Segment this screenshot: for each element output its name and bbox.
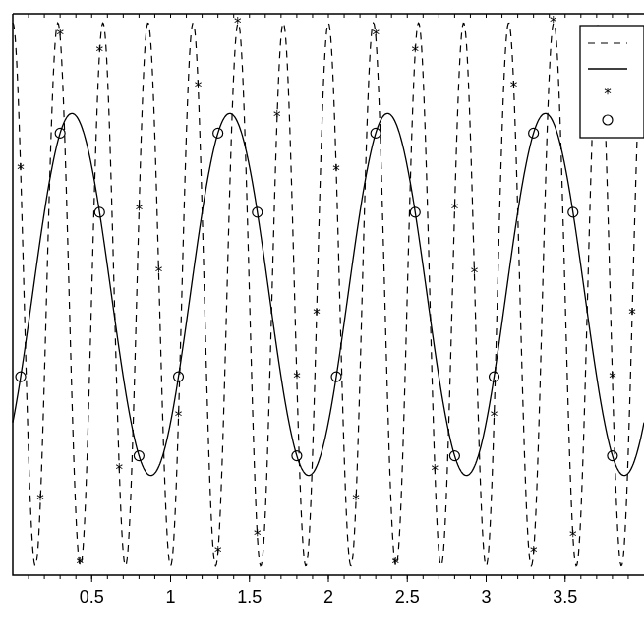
- star-marker: *: [352, 492, 361, 509]
- star-marker: *: [213, 544, 222, 561]
- star-marker: *: [549, 14, 557, 31]
- chart: 0.511.522.533.5*************************…: [0, 0, 644, 644]
- chart-background: [0, 0, 644, 644]
- star-marker: *: [36, 492, 45, 509]
- star-marker: *: [608, 370, 616, 387]
- star-marker: *: [115, 461, 124, 479]
- x-tick-label: 1.5: [237, 587, 262, 607]
- star-marker: *: [95, 43, 104, 61]
- star-marker: *: [332, 162, 341, 180]
- star-marker: *: [292, 370, 301, 387]
- star-marker: *: [470, 264, 479, 282]
- x-tick-label: 3: [481, 587, 491, 607]
- star-marker: *: [372, 27, 381, 44]
- star-marker: *: [194, 79, 203, 96]
- star-marker: *: [450, 201, 459, 218]
- star-marker: *: [135, 202, 144, 219]
- legend-star-icon: *: [603, 86, 612, 103]
- star-marker: *: [76, 556, 85, 573]
- star-marker: *: [529, 544, 538, 561]
- star-marker: *: [490, 408, 498, 426]
- star-marker: *: [154, 263, 163, 281]
- star-marker: *: [509, 79, 518, 96]
- star-marker: *: [272, 108, 281, 126]
- star-marker: *: [56, 27, 65, 44]
- star-marker: *: [174, 408, 183, 426]
- x-tick-label: 3.5: [553, 587, 577, 607]
- star-marker: *: [312, 306, 321, 323]
- x-tick-label: 2: [323, 587, 333, 607]
- star-marker: *: [391, 556, 400, 573]
- star-marker: *: [568, 528, 577, 546]
- star-marker: *: [431, 462, 439, 480]
- star-marker: *: [233, 15, 242, 32]
- star-marker: *: [253, 527, 262, 545]
- x-tick-label: 1: [165, 587, 175, 607]
- star-marker: *: [411, 43, 420, 61]
- x-tick-label: 0.5: [80, 587, 104, 607]
- star-marker: *: [627, 306, 636, 323]
- x-tick-label: 2.5: [395, 587, 420, 607]
- star-marker: *: [17, 161, 26, 179]
